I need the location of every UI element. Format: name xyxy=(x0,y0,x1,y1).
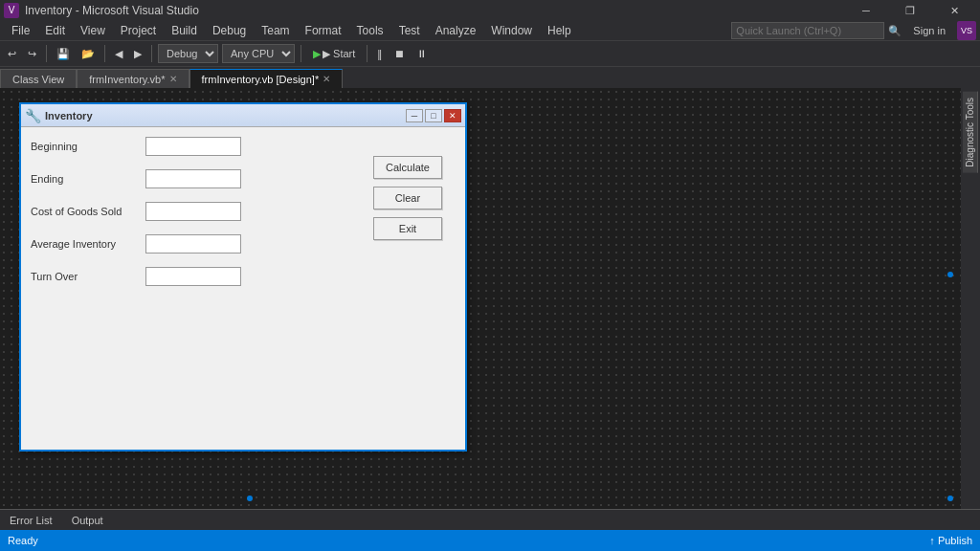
menu-debug[interactable]: Debug xyxy=(205,22,254,39)
toolbar-undo[interactable]: ↩ xyxy=(4,46,20,62)
minimize-button[interactable]: ─ xyxy=(844,0,888,21)
cpu-config-select[interactable]: Any CPU xyxy=(222,44,295,63)
field-row-ending: Ending xyxy=(31,169,360,188)
menu-bar: File Edit View Project Build Debug Team … xyxy=(0,21,980,40)
status-bar: Ready ↑ Publish xyxy=(0,530,980,551)
toolbar-separator-4 xyxy=(301,45,301,62)
field-row-turn-over: Turn Over xyxy=(31,267,360,286)
title-bar: V Inventory - Microsoft Visual Studio ─ … xyxy=(0,0,980,21)
menu-file[interactable]: File xyxy=(4,22,37,39)
field-input-beginning[interactable] xyxy=(145,137,241,156)
field-input-cogs[interactable] xyxy=(145,202,241,221)
form-title-bar: 🔧 Inventory ─ □ ✕ xyxy=(21,104,465,127)
toolbar-extra-2[interactable]: ⏹ xyxy=(390,46,409,61)
status-ready: Ready xyxy=(8,535,38,546)
toolbar-extra-3[interactable]: ⏸ xyxy=(412,46,431,61)
form-close-button[interactable]: ✕ xyxy=(444,109,461,122)
field-input-ending[interactable] xyxy=(145,169,241,188)
quick-launch-input[interactable] xyxy=(731,22,884,39)
resize-handle-corner[interactable] xyxy=(947,496,953,501)
field-label-beginning: Beginning xyxy=(31,141,145,152)
restore-button[interactable]: ❐ xyxy=(888,0,932,21)
title-bar-controls: ─ ❐ ✕ xyxy=(844,0,976,21)
form-minimize-button[interactable]: ─ xyxy=(406,109,423,122)
tab-frm-design[interactable]: frmInventory.vb [Design]* ✕ xyxy=(189,69,344,88)
menu-test[interactable]: Test xyxy=(391,22,428,39)
menu-format[interactable]: Format xyxy=(298,22,349,39)
toolbar-extra-1[interactable]: ‖ xyxy=(373,46,387,62)
form-body: Beginning Ending Cost of Goods Sold Aver… xyxy=(21,127,465,450)
menu-project[interactable]: Project xyxy=(113,22,164,39)
form-fields: Beginning Ending Cost of Goods Sold Aver… xyxy=(31,137,360,440)
start-icon: ▶ xyxy=(313,48,321,60)
form-buttons: Calculate Clear Exit xyxy=(360,137,456,440)
toolbar-separator-5 xyxy=(367,45,368,62)
field-label-avg-inventory: Average Inventory xyxy=(31,238,145,250)
tab-close-frm-design[interactable]: ✕ xyxy=(323,74,330,84)
field-label-turn-over: Turn Over xyxy=(31,271,145,282)
right-sidebar: Diagnostic Tools xyxy=(961,88,980,509)
toolbar: ↩ ↪ 💾 📂 ◀ ▶ Debug Any CPU ▶ ▶ Start ‖ ⏹ … xyxy=(0,40,980,67)
resize-handle-right[interactable] xyxy=(947,272,953,277)
toolbar-open[interactable]: 📂 xyxy=(78,46,99,62)
status-publish[interactable]: ↑ Publish xyxy=(929,535,972,546)
toolbar-back[interactable]: ◀ xyxy=(111,46,126,62)
tabs-bar: Class View frmInventory.vb* ✕ frmInvento… xyxy=(0,67,980,88)
field-label-cogs: Cost of Goods Sold xyxy=(31,206,145,217)
search-icon: 🔍 xyxy=(888,25,902,37)
field-input-avg-inventory[interactable] xyxy=(145,234,241,253)
toolbar-save[interactable]: 💾 xyxy=(53,46,74,62)
menu-tools[interactable]: Tools xyxy=(349,22,391,39)
field-label-ending: Ending xyxy=(31,173,145,185)
field-input-turn-over[interactable] xyxy=(145,267,241,286)
menu-analyze[interactable]: Analyze xyxy=(428,22,484,39)
toolbar-separator-2 xyxy=(104,45,105,62)
menu-build[interactable]: Build xyxy=(164,22,205,39)
form-title-text: Inventory xyxy=(45,110,93,121)
window-title: Inventory - Microsoft Visual Studio xyxy=(25,4,199,17)
toolbar-separator-1 xyxy=(46,45,47,62)
field-row-beginning: Beginning xyxy=(31,137,360,156)
form-window: 🔧 Inventory ─ □ ✕ Beginning Ending xyxy=(19,102,467,452)
tab-frm-vb[interactable]: frmInventory.vb* ✕ xyxy=(77,69,189,88)
tab-close-frm-vb[interactable]: ✕ xyxy=(169,74,177,84)
bottom-tab-error-list[interactable]: Error List xyxy=(0,510,62,531)
menu-edit[interactable]: Edit xyxy=(37,22,73,39)
debug-config-select[interactable]: Debug xyxy=(158,44,218,63)
toolbar-separator-3 xyxy=(151,45,152,62)
menu-window[interactable]: Window xyxy=(483,22,540,39)
field-row-cogs: Cost of Goods Sold xyxy=(31,202,360,221)
toolbar-redo[interactable]: ↪ xyxy=(24,46,40,62)
menu-help[interactable]: Help xyxy=(540,22,579,39)
design-canvas[interactable]: 🔧 Inventory ─ □ ✕ Beginning Ending xyxy=(0,88,961,509)
bottom-tab-output[interactable]: Output xyxy=(62,510,113,531)
menu-team[interactable]: Team xyxy=(254,22,297,39)
vs-logo-icon: V xyxy=(4,3,19,18)
toolbar-forward[interactable]: ▶ xyxy=(130,46,145,62)
field-row-avg-inventory: Average Inventory xyxy=(31,234,360,253)
tab-class-view[interactable]: Class View xyxy=(0,69,77,88)
start-button[interactable]: ▶ ▶ Start xyxy=(307,46,361,62)
calculate-button[interactable]: Calculate xyxy=(373,156,442,179)
menu-view[interactable]: View xyxy=(73,22,113,39)
editor-area: 🔧 Inventory ─ □ ✕ Beginning Ending xyxy=(0,88,980,509)
clear-button[interactable]: Clear xyxy=(373,187,442,209)
close-button[interactable]: ✕ xyxy=(932,0,976,21)
vs-account-icon[interactable]: VS xyxy=(957,21,976,40)
form-title-buttons: ─ □ ✕ xyxy=(406,109,461,122)
diagnostic-tools-tab[interactable]: Diagnostic Tools xyxy=(963,92,978,173)
form-icon: 🔧 xyxy=(25,108,41,123)
resize-handle[interactable] xyxy=(247,496,253,501)
bottom-panels: Error List Output xyxy=(0,509,980,530)
exit-button[interactable]: Exit xyxy=(373,217,442,240)
sign-in-button[interactable]: Sign in xyxy=(905,23,953,38)
form-maximize-button[interactable]: □ xyxy=(425,109,442,122)
